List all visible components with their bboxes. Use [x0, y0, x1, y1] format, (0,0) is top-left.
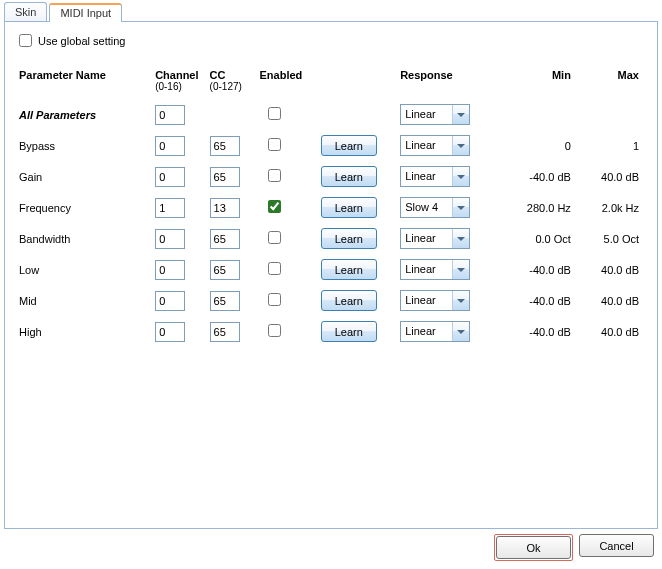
response-value: Linear: [401, 136, 452, 155]
response-select[interactable]: Linear: [400, 321, 470, 342]
tab-skin[interactable]: Skin: [4, 2, 47, 21]
table-row: FrequencyLearnSlow 4280.0 Hz2.0k Hz: [19, 195, 643, 220]
learn-button[interactable]: Learn: [321, 259, 377, 280]
chevron-down-icon: [452, 322, 469, 341]
table-row: MidLearnLinear-40.0 dB40.0 dB: [19, 288, 643, 313]
max-value: 40.0 dB: [575, 288, 643, 313]
enabled-checkbox[interactable]: [268, 200, 281, 213]
response-select[interactable]: Linear: [400, 259, 470, 280]
min-value: 0.0 Oct: [500, 226, 575, 251]
midi-input-panel: Use global setting Parameter Name Channe…: [4, 21, 658, 529]
global-setting-row: Use global setting: [19, 34, 643, 47]
enabled-checkbox[interactable]: [268, 231, 281, 244]
table-row: BandwidthLearnLinear0.0 Oct5.0 Oct: [19, 226, 643, 251]
learn-button[interactable]: Learn: [321, 166, 377, 187]
response-select[interactable]: Linear: [400, 135, 470, 156]
min-value: -40.0 dB: [500, 319, 575, 344]
learn-button[interactable]: Learn: [321, 290, 377, 311]
cc-input[interactable]: [210, 322, 240, 342]
response-value: Slow 4: [401, 198, 452, 217]
all-parameters-label: All Parameters: [19, 102, 155, 127]
use-global-setting-label: Use global setting: [38, 35, 125, 47]
response-value: Linear: [401, 322, 452, 341]
min-value: 0: [500, 133, 575, 158]
table-row: GainLearnLinear-40.0 dB40.0 dB: [19, 164, 643, 189]
response-select[interactable]: Linear: [400, 166, 470, 187]
header-enabled: Enabled: [260, 69, 321, 96]
all-enabled-checkbox[interactable]: [268, 107, 281, 120]
max-value: 1: [575, 133, 643, 158]
header-max: Max: [575, 69, 643, 96]
ok-button[interactable]: Ok: [496, 536, 571, 559]
header-channel: Channel(0-16): [155, 69, 209, 96]
cc-input[interactable]: [210, 291, 240, 311]
channel-input[interactable]: [155, 229, 185, 249]
cc-input[interactable]: [210, 167, 240, 187]
param-name: Mid: [19, 288, 155, 313]
cancel-button[interactable]: Cancel: [579, 534, 654, 557]
channel-input[interactable]: [155, 198, 185, 218]
channel-input[interactable]: [155, 291, 185, 311]
channel-input[interactable]: [155, 167, 185, 187]
learn-button[interactable]: Learn: [321, 321, 377, 342]
min-value: -40.0 dB: [500, 257, 575, 282]
enabled-checkbox[interactable]: [268, 324, 281, 337]
cc-input[interactable]: [210, 229, 240, 249]
header-min: Min: [500, 69, 575, 96]
all-channel-input[interactable]: [155, 105, 185, 125]
chevron-down-icon: [452, 198, 469, 217]
response-value: Linear: [401, 167, 452, 186]
chevron-down-icon: [452, 229, 469, 248]
all-response-value: Linear: [401, 105, 452, 124]
chevron-down-icon: [452, 105, 469, 124]
all-response-select[interactable]: Linear: [400, 104, 470, 125]
header-row: Parameter Name Channel(0-16) CC(0-127) E…: [19, 69, 643, 96]
table-row: BypassLearnLinear01: [19, 133, 643, 158]
tab-bar: Skin MIDI Input: [4, 2, 124, 21]
response-select[interactable]: Linear: [400, 290, 470, 311]
param-name: Low: [19, 257, 155, 282]
chevron-down-icon: [452, 260, 469, 279]
enabled-checkbox[interactable]: [268, 169, 281, 182]
learn-button[interactable]: Learn: [321, 228, 377, 249]
learn-button[interactable]: Learn: [321, 197, 377, 218]
all-parameters-row: All Parameters Linear: [19, 102, 643, 127]
chevron-down-icon: [452, 136, 469, 155]
use-global-setting-checkbox[interactable]: [19, 34, 32, 47]
parameter-table: Parameter Name Channel(0-16) CC(0-127) E…: [19, 63, 643, 350]
response-select[interactable]: Slow 4: [400, 197, 470, 218]
response-value: Linear: [401, 291, 452, 310]
enabled-checkbox[interactable]: [268, 293, 281, 306]
table-row: LowLearnLinear-40.0 dB40.0 dB: [19, 257, 643, 282]
cc-input[interactable]: [210, 260, 240, 280]
ok-button-highlight: Ok: [494, 534, 573, 561]
enabled-checkbox[interactable]: [268, 138, 281, 151]
header-cc: CC(0-127): [210, 69, 260, 96]
max-value: 40.0 dB: [575, 319, 643, 344]
learn-button[interactable]: Learn: [321, 135, 377, 156]
header-learn: [321, 69, 400, 96]
response-select[interactable]: Linear: [400, 228, 470, 249]
chevron-down-icon: [452, 291, 469, 310]
param-name: Gain: [19, 164, 155, 189]
response-value: Linear: [401, 229, 452, 248]
channel-input[interactable]: [155, 322, 185, 342]
table-row: HighLearnLinear-40.0 dB40.0 dB: [19, 319, 643, 344]
channel-input[interactable]: [155, 136, 185, 156]
min-value: 280.0 Hz: [500, 195, 575, 220]
min-value: -40.0 dB: [500, 288, 575, 313]
cc-input[interactable]: [210, 198, 240, 218]
header-response: Response: [400, 69, 500, 96]
param-name: Frequency: [19, 195, 155, 220]
header-param: Parameter Name: [19, 69, 155, 96]
tab-midi-input[interactable]: MIDI Input: [49, 3, 122, 22]
channel-input[interactable]: [155, 260, 185, 280]
max-value: 40.0 dB: [575, 164, 643, 189]
max-value: 2.0k Hz: [575, 195, 643, 220]
chevron-down-icon: [452, 167, 469, 186]
cc-input[interactable]: [210, 136, 240, 156]
enabled-checkbox[interactable]: [268, 262, 281, 275]
max-value: 5.0 Oct: [575, 226, 643, 251]
min-value: -40.0 dB: [500, 164, 575, 189]
max-value: 40.0 dB: [575, 257, 643, 282]
